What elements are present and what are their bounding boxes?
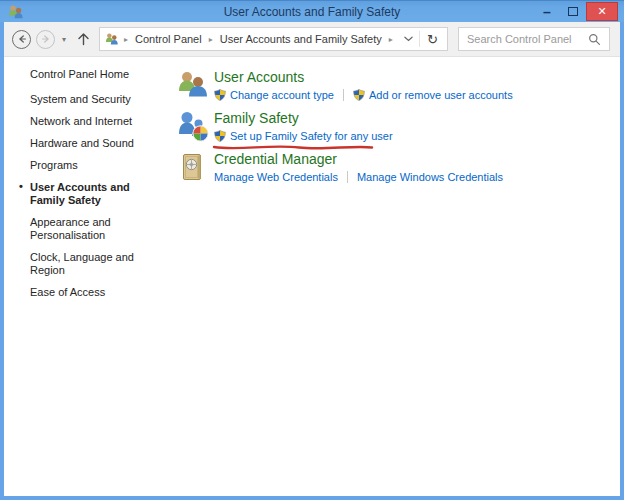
sidebar-item-appearance-and-personalisation[interactable]: Appearance and Personalisation	[30, 213, 162, 244]
uac-shield-icon	[214, 130, 226, 142]
link-label: Set up Family Safety for any user	[230, 130, 393, 142]
address-bar[interactable]: ▸ Control Panel ▸ User Accounts and Fami…	[99, 27, 448, 51]
chevron-down-icon	[404, 36, 413, 42]
sidebar-item-programs[interactable]: Programs	[30, 156, 162, 174]
address-dropdown-button[interactable]	[398, 31, 420, 46]
link-divider	[343, 89, 344, 101]
credential-manager-heading[interactable]: Credential Manager	[214, 151, 503, 168]
window-title: User Accounts and Family Safety	[0, 5, 624, 19]
add-or-remove-user-accounts-link[interactable]: Add or remove user accounts	[353, 89, 513, 101]
uac-shield-icon	[214, 89, 226, 101]
link-label: Add or remove user accounts	[369, 89, 513, 101]
main-panel: User Accounts	[160, 57, 620, 496]
change-account-type-link[interactable]: Change account type	[214, 89, 334, 101]
breadcrumb-separator: ▸	[388, 35, 394, 44]
manage-web-credentials-link[interactable]: Manage Web Credentials	[214, 171, 338, 183]
credential-manager-icon[interactable]	[177, 151, 209, 183]
sidebar-item-clock-language-and-region[interactable]: Clock, Language and Region	[30, 248, 170, 279]
sidebar: Control Panel Home System and Security N…	[4, 57, 160, 496]
family-safety-icon[interactable]	[177, 110, 209, 142]
navigation-bar: ▾ ▸ Control Panel ▸ User Accounts and Fa…	[4, 22, 620, 57]
search-input[interactable]	[459, 33, 586, 45]
up-button[interactable]	[73, 32, 94, 46]
sidebar-item-user-accounts-and-family-safety[interactable]: User Accounts and Family Safety	[30, 178, 162, 209]
link-label: Change account type	[230, 89, 334, 101]
arrow-left-icon	[16, 33, 28, 45]
arrow-up-icon	[77, 32, 90, 46]
user-accounts-icon[interactable]	[177, 69, 209, 101]
magnifier-icon[interactable]	[586, 33, 609, 46]
uac-shield-icon	[353, 89, 365, 101]
control-panel-window: User Accounts and Family Safety – ✕ ▾	[0, 0, 624, 500]
sidebar-item-hardware-and-sound[interactable]: Hardware and Sound	[30, 134, 162, 152]
title-bar: User Accounts and Family Safety – ✕	[0, 0, 624, 22]
manage-windows-credentials-link[interactable]: Manage Windows Credentials	[357, 171, 503, 183]
link-label: Manage Windows Credentials	[357, 171, 503, 183]
content-area: Control Panel Home System and Security N…	[4, 57, 620, 496]
breadcrumb-separator: ▸	[208, 35, 214, 44]
section-family-safety: Family Safety Set up Fa	[177, 110, 620, 144]
users-icon	[105, 32, 119, 46]
section-credential-manager: Credential Manager Manage Web Credential…	[177, 151, 620, 185]
link-label: Manage Web Credentials	[214, 171, 338, 183]
family-safety-heading[interactable]: Family Safety	[214, 110, 393, 127]
breadcrumb-item-control-panel[interactable]: Control Panel	[133, 33, 204, 45]
set-up-family-safety-link[interactable]: Set up Family Safety for any user	[214, 130, 393, 142]
search-box[interactable]	[458, 27, 610, 51]
sidebar-item-control-panel-home[interactable]: Control Panel Home	[30, 68, 160, 80]
section-user-accounts: User Accounts	[177, 69, 620, 103]
breadcrumb-item-user-accounts[interactable]: User Accounts and Family Safety	[218, 33, 384, 45]
refresh-button[interactable]: ↻	[420, 33, 445, 46]
back-button[interactable]	[12, 30, 31, 49]
arrow-right-icon	[40, 33, 52, 45]
breadcrumb-separator: ▸	[123, 35, 129, 44]
link-divider	[347, 171, 348, 183]
user-accounts-heading[interactable]: User Accounts	[214, 69, 513, 86]
sidebar-item-ease-of-access[interactable]: Ease of Access	[30, 283, 162, 301]
forward-button[interactable]	[36, 30, 55, 49]
sidebar-item-network-and-internet[interactable]: Network and Internet	[30, 112, 162, 130]
history-dropdown-caret[interactable]: ▾	[60, 35, 68, 44]
sidebar-item-system-and-security[interactable]: System and Security	[30, 90, 162, 108]
window-frame: ▾ ▸ Control Panel ▸ User Accounts and Fa…	[0, 22, 624, 500]
